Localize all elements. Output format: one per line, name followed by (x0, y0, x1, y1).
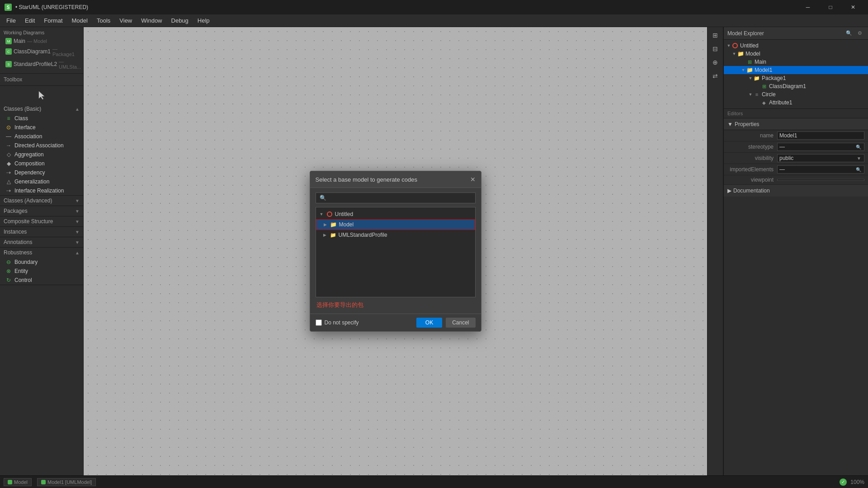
diagram-standardprofile[interactable]: S StandardProfileL2 — UMLSta... (4, 58, 80, 70)
dialog-header: Select a base model to generate codes ✕ (310, 171, 481, 188)
statusbar-model-tab[interactable]: Model (4, 478, 32, 486)
editors-label: Editors (724, 109, 868, 118)
tree-icon-model: 📁 (737, 51, 744, 57)
dialog-tree-item-model[interactable]: ▶ 📁 Model (316, 219, 475, 230)
dialog-close-button[interactable]: ✕ (470, 176, 476, 183)
dialog-cancel-button[interactable]: Cancel (446, 318, 475, 328)
diagram-classdiagram1[interactable]: C ClassDiagram1 — Package1 (4, 45, 80, 58)
tree-icon-circle: ≡ (754, 91, 760, 98)
visibility-dropdown-arrow[interactable]: ▼ (856, 156, 862, 161)
model-tab-icon (8, 480, 12, 484)
dialog-tree-item-umlstandardprofile[interactable]: ▶ 📁 UMLStandardProfile (316, 230, 475, 240)
section-instances-header[interactable]: Instances ▼ (0, 227, 83, 237)
documentation-header[interactable]: ▶ Documentation (724, 185, 868, 197)
interface-icon: ⊙ (5, 124, 12, 131)
prop-search-imported[interactable]: 🔍 (855, 167, 862, 172)
tree-item-model1[interactable]: ▼ 📁 Model1 (724, 66, 868, 74)
tree-item-attribute1[interactable]: ◆ Attribute1 (724, 99, 868, 107)
statusbar-model1-tab[interactable]: Model1 [UMLModel] (37, 478, 96, 486)
do-not-specify-label: Do not specify (325, 319, 359, 326)
menu-model[interactable]: Model (67, 15, 92, 26)
section-packages-header[interactable]: Packages ▼ (0, 206, 83, 216)
right-icon-puzzle[interactable]: ⊞ (709, 29, 722, 42)
section-annotations-header[interactable]: Annotations ▼ (0, 237, 83, 247)
tool-control[interactable]: ↻ Control (0, 276, 83, 285)
diagram-main[interactable]: M Main — Model (4, 37, 80, 45)
tool-entity[interactable]: ⊗ Entity (0, 267, 83, 276)
dialog-ok-button[interactable]: OK (416, 318, 442, 328)
tool-aggregation[interactable]: ◇ Aggregation (0, 150, 83, 159)
section-annotations: Annotations ▼ (0, 237, 83, 248)
toolbox-panel: Working Diagrams M Main — Model C ClassD… (0, 27, 84, 475)
prop-text-name: Model1 (779, 132, 797, 139)
prop-value-stereotype[interactable]: — 🔍 (777, 143, 864, 151)
section-packages: Packages ▼ (0, 206, 83, 216)
model-explorer-settings-button[interactable]: ⚙ (855, 29, 864, 38)
app-icon: S (5, 4, 12, 11)
menu-window[interactable]: Window (137, 15, 166, 26)
tree-item-circle[interactable]: ▼ ≡ Circle (724, 90, 868, 99)
menu-debug[interactable]: Debug (167, 15, 193, 26)
tool-dependency[interactable]: ⇢ Dependency (0, 168, 83, 177)
prop-value-name[interactable]: Model1 (777, 131, 864, 140)
cursor-tool[interactable] (34, 88, 49, 102)
close-button[interactable]: ✕ (843, 0, 863, 14)
tree-item-main[interactable]: ⊞ Main (724, 58, 868, 66)
classes-basic-arrow: ▲ (75, 107, 80, 112)
tool-composition[interactable]: ◆ Composition (0, 159, 83, 168)
tree-item-untitled[interactable]: ▼ Untitled (724, 42, 868, 50)
section-classes-advanced-header[interactable]: Classes (Advanced) ▼ (0, 196, 83, 206)
prop-label-viewpoint: viewpoint (727, 177, 777, 183)
prop-value-imported-elements[interactable]: — 🔍 (777, 165, 864, 174)
section-classes-basic-header[interactable]: Classes (Basic) ▲ (0, 104, 83, 114)
do-not-specify-checkbox[interactable] (316, 319, 322, 326)
menu-format[interactable]: Format (39, 15, 67, 26)
dlg-arrow-untitled: ▼ (320, 212, 326, 216)
menu-help[interactable]: Help (193, 15, 214, 26)
right-icon-settings[interactable]: ⇄ (709, 70, 722, 82)
dialog-footer-right: OK Cancel (416, 318, 476, 328)
tree-icon-untitled (732, 42, 738, 49)
section-robustness: Robustness ▲ ⊖ Boundary ⊗ Entity ↻ Contr… (0, 248, 83, 285)
menu-edit[interactable]: Edit (20, 15, 39, 26)
select-model-dialog: Select a base model to generate codes ✕ … (310, 171, 481, 332)
dialog-search-input[interactable] (316, 192, 476, 203)
right-icon-grid[interactable]: ⊟ (709, 42, 722, 55)
prop-row-imported-elements: importedElements — 🔍 (724, 164, 868, 175)
tree-item-classdiagram1[interactable]: ⊞ ClassDiagram1 (724, 82, 868, 90)
tool-generalization[interactable]: △ Generalization (0, 177, 83, 186)
menu-tools[interactable]: Tools (92, 15, 115, 26)
tool-interface[interactable]: ⊙ Interface (0, 123, 83, 132)
menu-file[interactable]: File (2, 15, 20, 26)
dlg-icon-untitled (326, 211, 333, 218)
model-explorer-search-button[interactable]: 🔍 (844, 29, 854, 38)
prop-search-stereotype[interactable]: 🔍 (855, 145, 862, 150)
right-icon-layers[interactable]: ⊕ (709, 56, 722, 69)
tool-association[interactable]: — Association (0, 132, 83, 141)
status-ok-icon: ✓ (840, 479, 847, 486)
model1-tab-icon (41, 480, 46, 484)
tree-item-model[interactable]: ▼ 📁 Model (724, 50, 868, 58)
minimize-button[interactable]: ─ (797, 0, 818, 14)
tree-item-package1[interactable]: ▼ 📁 Package1 (724, 74, 868, 82)
prop-value-visibility[interactable]: public ▼ (777, 154, 864, 162)
tool-directed-association[interactable]: → Directed Association (0, 141, 83, 150)
dialog-hint: 选择你要导出的包 (316, 301, 476, 309)
properties-header[interactable]: ▼ Properties (724, 118, 868, 130)
section-composite-header[interactable]: Composite Structure ▼ (0, 216, 83, 226)
canvas-area[interactable]: Select a base model to generate codes ✕ … (84, 27, 707, 475)
dialog-tree-item-untitled[interactable]: ▼ Untitled (316, 209, 475, 219)
tool-interface-realization[interactable]: ⇢ Interface Realization (0, 186, 83, 195)
prop-value-viewpoint[interactable] (777, 179, 864, 181)
maximize-button[interactable]: □ (820, 0, 841, 14)
tool-class[interactable]: ≡ Class (0, 114, 83, 123)
prop-text-visibility: public (779, 155, 793, 161)
menu-view[interactable]: View (115, 15, 137, 26)
entity-icon: ⊗ (5, 268, 12, 274)
main-layout: Working Diagrams M Main — Model C ClassD… (0, 27, 868, 475)
prop-label-name: name (727, 132, 777, 139)
tool-boundary[interactable]: ⊖ Boundary (0, 258, 83, 267)
section-robustness-header[interactable]: Robustness ▲ (0, 248, 83, 258)
dlg-arrow-umlstd: ▶ (323, 233, 330, 237)
prop-row-viewpoint: viewpoint (724, 175, 868, 185)
